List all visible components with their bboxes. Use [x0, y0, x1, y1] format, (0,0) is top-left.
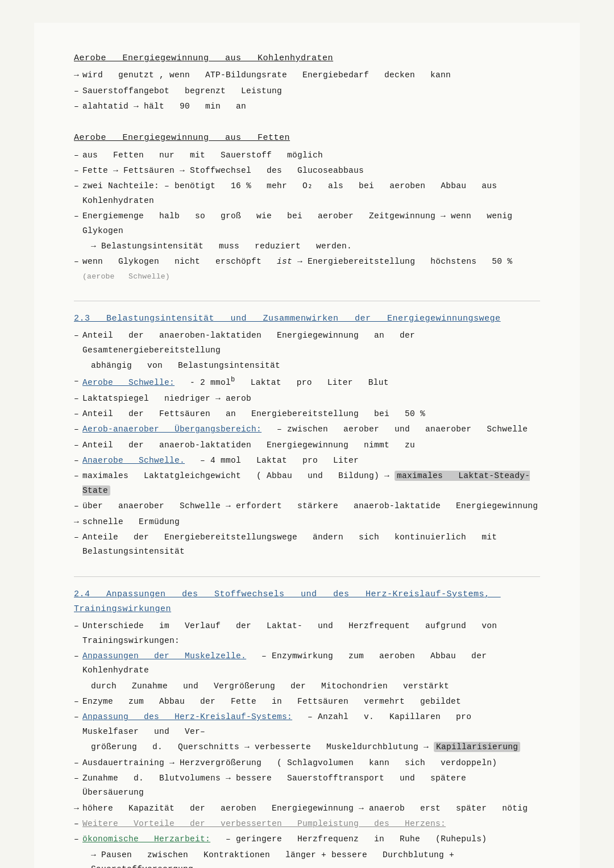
line-23-12: – Anteile der Energiebereitstellungswege… [74, 530, 540, 559]
line-23-3: – Aerobe Schwelle: - 2 mmolb Laktat pro … [74, 374, 540, 390]
line-23-11: → schnelle Ermüdung [74, 515, 540, 529]
arrow-icon: → [74, 515, 79, 529]
line-f6: – wenn Glykogen nicht erschöpft ist → En… [74, 255, 540, 284]
bullet-icon: – [74, 832, 79, 846]
bullet-icon: – [74, 469, 79, 498]
arrow-icon: → [74, 68, 79, 82]
section-2-4: 2.4 Anpassungen des Stoffwechsels und de… [74, 587, 540, 868]
line-24-9: → höhere Kapazität der aeroben Energiege… [74, 801, 540, 816]
bullet-icon: – [74, 84, 79, 98]
line-f2: – Fette → Fettsäuren → Stoffwechsel des … [74, 164, 540, 178]
bullet-icon: – [74, 756, 79, 770]
line-23-2: abhängig von Belastungsintensität [74, 359, 540, 373]
line-1: → wird genutzt , wenn ATP-Bildungsrate E… [74, 68, 540, 82]
line-f4: – Energiemenge halb so groß wie bei aero… [74, 209, 540, 238]
bullet-icon: – [74, 649, 79, 678]
line-f1: – aus Fetten nur mit Sauerstoff möglich [74, 148, 540, 163]
bullet-icon: – [74, 164, 79, 178]
bullet-icon: – [74, 422, 79, 437]
bullet-icon: – [74, 710, 79, 739]
bullet-icon: – [74, 407, 79, 421]
line-24-12: → Pausen zwischen Kontraktionen länger +… [74, 848, 540, 868]
line-24-2: – Anpassungen der Muskelzelle. – Enzymwi… [74, 649, 540, 678]
bullet-icon: – [74, 209, 79, 238]
line-f5: → Belastungsintensität muss reduziert we… [74, 239, 540, 254]
section-2-3: 2.3 Belastungsintensität und Zusammenwir… [74, 312, 540, 559]
bullet-icon: – [74, 329, 79, 358]
bullet-icon: – [74, 619, 79, 648]
bullet-icon: – [74, 817, 79, 831]
line-23-5: – Anteil der Fettsäuren an Energiebereit… [74, 407, 540, 421]
arrow-icon: → [74, 801, 79, 816]
line-3: – alahtatid → hält 90 min an [74, 99, 540, 114]
page: Aerobe Energiegewinnung aus Kohlenhydrat… [34, 23, 580, 868]
bullet-icon: – [74, 454, 79, 468]
bullet-icon: – [74, 148, 79, 163]
section-title-2-3: 2.3 Belastungsintensität und Zusammenwir… [74, 312, 540, 326]
bullet-icon: – [74, 499, 79, 513]
line-24-6: größerung d. Querschnitts → verbesserte … [74, 740, 540, 754]
line-23-9: – maximales Laktatgleichgewicht ( Abbau … [74, 469, 540, 498]
line-24-11: – ökonomische Herzarbeit: – geringere He… [74, 832, 540, 846]
line-24-8: – Zunahme d. Blutvolumens → bessere Saue… [74, 771, 540, 800]
divider-2 [74, 576, 540, 577]
line-23-1: – Anteil der anaeroben-laktatiden Energi… [74, 329, 540, 358]
line-f3: – zwei Nachteile: – benötigt 16 % mehr O… [74, 179, 540, 208]
bullet-icon: – [74, 438, 79, 452]
section-title-fetten: Aerobe Energiegewinnung aus Fetten [74, 131, 540, 146]
bullet-icon: – [74, 695, 79, 709]
bullet-icon: – [74, 392, 79, 406]
bullet-icon: – [74, 374, 79, 390]
bullet-icon: – [74, 99, 79, 114]
bullet-icon: – [74, 179, 79, 208]
section-title-2-4: 2.4 Anpassungen des Stoffwechsels und de… [74, 587, 540, 617]
section-aerobe-kohlenhydrate: Aerobe Energiegewinnung aus Kohlenhydrat… [74, 51, 540, 114]
line-23-8: – Anaerobe Schwelle. – 4 mmol Laktat pro… [74, 454, 540, 468]
line-24-5: – Anpassung des Herz-Kreislauf-Systems: … [74, 710, 540, 739]
line-23-10: – über anaerober Schwelle → erfordert st… [74, 499, 540, 513]
bullet-icon: – [74, 530, 79, 559]
line-24-1: – Unterschiede im Verlauf der Laktat- un… [74, 619, 540, 648]
divider-1 [74, 301, 540, 301]
bullet-icon: – [74, 771, 79, 800]
line-23-7: – Anteil der anaerob-laktatiden Energieg… [74, 438, 540, 452]
line-23-6: – Aerob-anaerober Übergangsbereich: – zw… [74, 422, 540, 437]
line-24-3: durch Zunahme und Vergrößerung der Mitoc… [74, 679, 540, 693]
line-24-4: – Enzyme zum Abbau der Fette in Fettsäur… [74, 695, 540, 709]
line-24-10: – Weitere Vorteile der verbesserten Pump… [74, 817, 540, 831]
section-title-kohlenhydrate: Aerobe Energiegewinnung aus Kohlenhydrat… [74, 51, 540, 66]
section-aerobe-fetten: Aerobe Energiegewinnung aus Fetten – aus… [74, 131, 540, 284]
line-24-7: – Ausdauertraining → Herzvergrößerung ( … [74, 756, 540, 770]
line-2: – Sauerstoffangebot begrenzt Leistung [74, 84, 540, 98]
line-23-4: – Laktatspiegel niedriger → aerob [74, 392, 540, 406]
bullet-icon: – [74, 255, 79, 284]
